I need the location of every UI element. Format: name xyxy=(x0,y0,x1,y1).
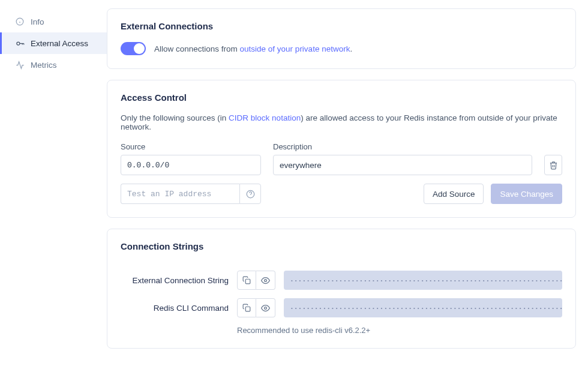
test-ip-help-button[interactable] xyxy=(239,184,261,204)
test-ip-input-wrap xyxy=(121,184,261,204)
add-source-button[interactable]: Add Source xyxy=(424,184,484,204)
copy-icon xyxy=(242,304,251,312)
source-field: Source xyxy=(121,142,261,175)
sidebar: Info External Access Metrics xyxy=(0,0,107,369)
svg-point-10 xyxy=(265,279,267,281)
svg-rect-11 xyxy=(245,307,250,311)
sidebar-item-external-access[interactable]: External Access xyxy=(0,32,107,54)
sidebar-item-info[interactable]: Info xyxy=(0,11,107,32)
allow-connections-row: Allow connections from outside of your p… xyxy=(121,42,562,55)
delete-source-button[interactable] xyxy=(544,155,562,175)
card-title: External Connections xyxy=(121,21,562,31)
reveal-button[interactable] xyxy=(256,271,275,290)
card-title: Access Control xyxy=(121,92,562,103)
allow-connections-text: Allow connections from outside of your p… xyxy=(154,44,352,53)
main-content: External Connections Allow connections f… xyxy=(107,0,588,369)
test-ip-row: Add Source Save Changes xyxy=(121,184,562,204)
conn-label: External Connection String xyxy=(121,276,229,285)
svg-rect-9 xyxy=(245,279,250,284)
source-input[interactable] xyxy=(121,155,261,175)
sidebar-item-label: Info xyxy=(31,17,44,26)
access-control-card: Access Control Only the following source… xyxy=(107,80,576,218)
card-title: Connection Strings xyxy=(121,241,562,251)
conn-label: Redis CLI Command xyxy=(121,304,229,313)
connection-strings-card: Connection Strings External Connection S… xyxy=(107,229,576,349)
redis-cli-note: Recommended to use redis-cli v6.2.2+ xyxy=(237,326,562,335)
eye-icon xyxy=(261,276,270,285)
help-icon xyxy=(246,190,255,199)
source-label: Source xyxy=(121,142,261,151)
allow-connections-toggle[interactable] xyxy=(121,42,146,55)
reveal-button[interactable] xyxy=(256,298,275,317)
eye-icon xyxy=(261,304,270,313)
description-label: Description xyxy=(273,142,532,151)
activity-icon xyxy=(15,60,25,70)
trash-icon xyxy=(549,161,558,170)
secret-value: ••••••••••••••••••••••••••••••••••••••••… xyxy=(284,271,562,290)
copy-button[interactable] xyxy=(237,271,256,290)
sidebar-item-metrics[interactable]: Metrics xyxy=(0,54,107,76)
description-input[interactable] xyxy=(273,155,532,175)
redis-cli-command-row: Redis CLI Command ••••••••••••••••••••••… xyxy=(121,298,562,317)
svg-point-12 xyxy=(265,307,267,309)
conn-buttons xyxy=(237,271,275,290)
cidr-link[interactable]: CIDR block notation xyxy=(229,113,301,122)
info-icon xyxy=(15,17,25,26)
toggle-knob xyxy=(134,43,145,54)
svg-point-3 xyxy=(16,42,19,45)
description-field: Description xyxy=(273,142,532,175)
external-connection-string-row: External Connection String •••••••••••••… xyxy=(121,271,562,290)
conn-buttons xyxy=(237,298,275,317)
save-changes-button[interactable]: Save Changes xyxy=(491,184,562,204)
private-network-link[interactable]: outside of your private network xyxy=(240,44,350,53)
external-connections-card: External Connections Allow connections f… xyxy=(107,8,576,69)
secret-value: ••••••••••••••••••••••••••••••••••••••••… xyxy=(284,298,562,317)
test-ip-input[interactable] xyxy=(121,184,239,204)
copy-button[interactable] xyxy=(237,298,256,317)
copy-icon xyxy=(242,276,251,284)
sidebar-item-label: External Access xyxy=(31,39,88,48)
access-control-help: Only the following sources (in CIDR bloc… xyxy=(121,113,562,131)
sidebar-item-label: Metrics xyxy=(31,61,57,70)
key-icon xyxy=(15,38,25,48)
source-row: Source Description xyxy=(121,142,562,175)
